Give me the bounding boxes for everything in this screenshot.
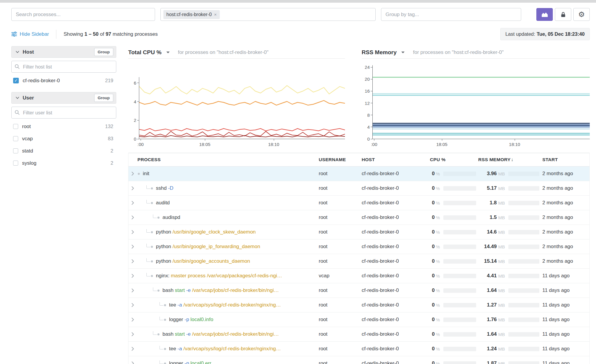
host-cell: cf-redis-broker-0	[360, 273, 428, 279]
top-bar: host:cf-redis-broker-0 × ⚙	[0, 3, 596, 21]
chart-view-button[interactable]	[536, 8, 553, 21]
process-row[interactable]: logger -p local0.inforootcf-redis-broker…	[129, 312, 589, 327]
group-by-host-button[interactable]: Group	[94, 48, 114, 56]
search-processes-input[interactable]	[11, 8, 155, 21]
checkbox[interactable]	[13, 148, 18, 153]
column-header-username[interactable]: USERNAME	[319, 157, 360, 162]
y-tick-label: 4	[367, 125, 370, 129]
cpu-unit: %	[436, 288, 440, 293]
user-section-header[interactable]: User Group	[11, 92, 116, 104]
process-row[interactable]: tee -a /var/vcap/sys/log/cf-redis-broker…	[129, 298, 589, 312]
process-row[interactable]: tee -a /var/vcap/sys/log/cf-redis-broker…	[129, 342, 589, 356]
checkbox-checked[interactable]: ✓	[13, 78, 19, 83]
filter-tag[interactable]: host:cf-redis-broker-0 ×	[163, 10, 220, 19]
process-cell: bash start -e /var/vcap/jobs/cf-redis-br…	[129, 287, 319, 293]
expand-chevron-icon[interactable]	[131, 303, 134, 307]
process-row[interactable]: sshd -Drootcf-redis-broker-00%5.17MB2 mo…	[129, 181, 589, 196]
expand-chevron-icon[interactable]	[131, 201, 134, 205]
process-dot	[157, 290, 160, 292]
expand-chevron-icon[interactable]	[131, 318, 134, 322]
column-header-start[interactable]: START	[542, 157, 589, 162]
cpu-chart-subtitle: for processes on "host:cf-redis-broker-0…	[178, 49, 269, 55]
sidebar-item-cf-redis-broker-0[interactable]: ✓cf-redis-broker-0219	[11, 74, 116, 87]
username-cell: root	[319, 287, 360, 293]
expand-chevron-icon[interactable]	[131, 215, 134, 220]
rss-bar	[508, 259, 539, 264]
expand-chevron-icon[interactable]	[131, 245, 134, 249]
process-row[interactable]: nginx: master process /var/vcap/packages…	[129, 269, 589, 283]
rss-value: 15.14	[478, 258, 497, 264]
sidebar-item-syslog[interactable]: syslog2	[11, 157, 116, 169]
settings-button[interactable]: ⚙	[573, 8, 590, 21]
cpu-unit: %	[436, 244, 440, 249]
rss-value: 14.6	[478, 229, 497, 235]
expand-chevron-icon[interactable]	[131, 347, 134, 351]
x-tick-label: 18:05	[199, 142, 210, 147]
column-header-cpu[interactable]: CPU %	[428, 157, 478, 162]
process-name-part: local0.info	[191, 317, 213, 322]
cpu-unit: %	[436, 186, 440, 191]
username-cell: root	[319, 331, 360, 337]
memory-metric-select[interactable]: RSS Memory	[362, 49, 405, 56]
memory-x-axis: :0018:0518:10	[372, 139, 590, 147]
sidebar-item-root[interactable]: root132	[11, 120, 116, 133]
remove-tag-icon[interactable]: ×	[214, 12, 217, 17]
hide-sidebar-button[interactable]: Hide Sidebar	[11, 31, 49, 37]
process-cell: auditd	[129, 200, 319, 206]
process-name-part: logger	[169, 360, 185, 364]
rss-value: 1.64	[478, 287, 497, 293]
memory-plot-area	[372, 65, 590, 139]
process-row[interactable]: python /usr/bin/google_accounts_daemonro…	[129, 254, 589, 269]
cpu-bar	[443, 201, 476, 205]
checkbox[interactable]	[13, 161, 18, 166]
filter-user-input[interactable]	[11, 107, 116, 119]
process-name-part: /var/vcap/jobs/cf-redis-broker/bin/ngi…	[192, 287, 279, 293]
rss-bar	[508, 230, 539, 234]
search-icon	[15, 110, 20, 115]
host-cell: cf-redis-broker-0	[360, 346, 428, 352]
process-row[interactable]: bash start -e /var/vcap/jobs/cf-redis-br…	[129, 327, 589, 342]
filter-tags-input[interactable]: host:cf-redis-broker-0 ×	[160, 8, 376, 21]
cpu-bar	[443, 259, 476, 264]
expand-chevron-icon[interactable]	[131, 259, 134, 263]
expand-chevron-icon[interactable]	[131, 361, 134, 364]
group-by-tag-input[interactable]	[381, 8, 521, 21]
expand-chevron-icon[interactable]	[131, 172, 134, 176]
host-section-header[interactable]: Host Group	[11, 46, 116, 58]
column-header-host[interactable]: HOST	[360, 157, 428, 162]
process-row[interactable]: initrootcf-redis-broker-00%3.96MB2 month…	[129, 167, 589, 181]
process-row[interactable]: bash start -e /var/vcap/jobs/cf-redis-br…	[129, 283, 589, 298]
process-row[interactable]: python /usr/bin/google_ip_forwarding_dae…	[129, 239, 589, 254]
cpu-unit: %	[436, 273, 440, 279]
lock-button[interactable]	[555, 8, 571, 21]
y-tick-label: 4	[134, 99, 136, 104]
expand-chevron-icon[interactable]	[131, 186, 134, 190]
expand-chevron-icon[interactable]	[131, 332, 134, 336]
cpu-metric-select[interactable]: Total CPU %	[128, 49, 170, 56]
sidebar-item-statd[interactable]: statd2	[11, 145, 116, 157]
expand-chevron-icon[interactable]	[131, 230, 134, 234]
group-by-user-button[interactable]: Group	[94, 94, 114, 102]
process-row[interactable]: logger -p local0.errrootcf-redis-broker-…	[129, 356, 589, 364]
column-header-rss[interactable]: RSS MEMORY↓	[478, 157, 542, 162]
column-header-process[interactable]: PROCESS	[129, 157, 319, 162]
process-row[interactable]: audispdrootcf-redis-broker-00%1.5MB2 mon…	[129, 210, 589, 225]
process-name-part: /var/vcap/jobs/cf-redis-broker/bin/ngi…	[192, 331, 279, 337]
filter-host-input[interactable]	[11, 61, 116, 73]
checkbox[interactable]	[13, 136, 18, 141]
start-cell: 11 days ago	[542, 287, 589, 293]
expand-chevron-icon[interactable]	[131, 288, 134, 293]
cpu-unit: %	[436, 303, 440, 308]
process-row[interactable]: python /usr/bin/google_clock_skew_daemon…	[129, 225, 589, 239]
expand-chevron-icon[interactable]	[131, 274, 134, 278]
rss-value: 1.27	[478, 302, 497, 308]
process-name-part: audispd	[162, 214, 180, 220]
filter-tag-label: host:cf-redis-broker-0	[166, 12, 212, 17]
process-row[interactable]: auditdrootcf-redis-broker-00%1.8MB2 mont…	[129, 196, 589, 210]
sidebar-item-vcap[interactable]: vcap83	[11, 133, 116, 145]
cpu-value: 0	[430, 185, 435, 191]
process-name-part: /usr/bin/google_accounts_daemon	[173, 258, 250, 264]
y-tick-label: 0	[134, 137, 136, 141]
cpu-cell: 0%	[428, 302, 478, 308]
checkbox[interactable]	[13, 124, 18, 129]
